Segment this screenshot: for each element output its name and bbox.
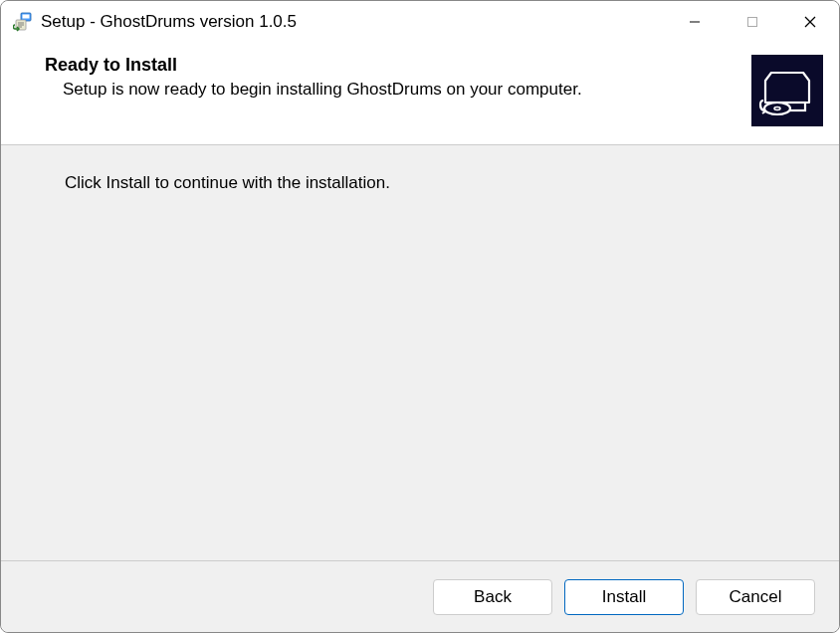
svg-rect-4	[748, 18, 757, 27]
minimize-button[interactable]	[666, 1, 724, 43]
cancel-button[interactable]: Cancel	[696, 579, 815, 615]
window-title: Setup - GhostDrums version 1.0.5	[41, 12, 666, 32]
header-heading: Ready to Install	[45, 55, 735, 76]
install-button[interactable]: Install	[564, 579, 684, 615]
installer-app-icon	[13, 12, 33, 32]
window-controls	[666, 1, 839, 43]
maximize-icon	[746, 16, 758, 28]
header-text-block: Ready to Install Setup is now ready to b…	[45, 55, 735, 126]
footer-button-bar: Back Install Cancel	[1, 560, 839, 632]
content-area: Click Install to continue with the insta…	[1, 145, 839, 560]
installer-window: Setup - GhostDrums version 1.0.5	[0, 0, 840, 633]
header-section: Ready to Install Setup is now ready to b…	[1, 43, 839, 145]
maximize-button[interactable]	[724, 1, 781, 43]
instruction-text: Click Install to continue with the insta…	[65, 173, 823, 193]
svg-rect-1	[23, 15, 30, 19]
svg-point-9	[764, 103, 790, 114]
back-button[interactable]: Back	[433, 579, 552, 615]
close-icon	[803, 15, 817, 29]
close-button[interactable]	[781, 1, 839, 43]
titlebar: Setup - GhostDrums version 1.0.5	[1, 1, 839, 43]
computer-disc-icon	[755, 59, 819, 122]
header-subtext: Setup is now ready to begin installing G…	[45, 80, 735, 100]
header-image	[751, 55, 823, 126]
minimize-icon	[689, 16, 701, 28]
